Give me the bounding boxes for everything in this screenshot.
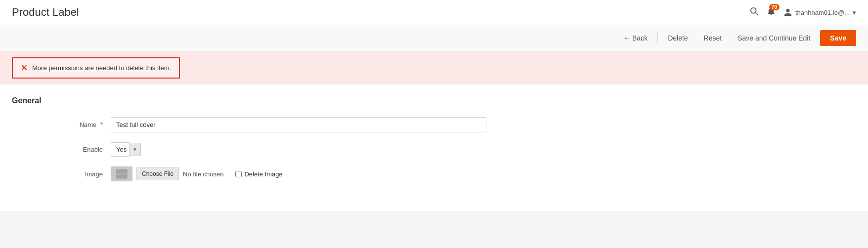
- file-upload-area: ▓▓▓▓▓▓▓▓ Choose File No file chosen Dele…: [111, 166, 283, 181]
- delete-image-label[interactable]: Delete Image: [235, 170, 282, 178]
- chevron-down-icon: ▾: [853, 9, 856, 16]
- name-label: Name *: [12, 121, 111, 128]
- section-title: General: [12, 96, 856, 105]
- main-content: General Name * Enable Yes No ▾ Image ▓▓▓…: [0, 84, 868, 211]
- user-name-label: thanhnam01.le@...: [795, 9, 850, 16]
- error-x-icon: ✕: [21, 63, 27, 73]
- enable-select-wrapper: Yes No ▾: [111, 142, 141, 157]
- save-button[interactable]: Save: [820, 30, 856, 46]
- choose-file-button[interactable]: Choose File: [136, 167, 179, 180]
- name-form-group: Name *: [12, 117, 856, 132]
- top-bar: Product Label 70 thanhnam01.le@... ▾: [0, 0, 868, 25]
- delete-button[interactable]: Delete: [662, 31, 694, 45]
- enable-form-group: Enable Yes No ▾: [12, 142, 856, 157]
- delete-image-checkbox[interactable]: [235, 171, 242, 177]
- back-button[interactable]: ← Back: [617, 31, 653, 45]
- top-bar-right: 70 thanhnam01.le@... ▾: [750, 7, 856, 18]
- enable-label: Enable: [12, 146, 111, 153]
- enable-select[interactable]: Yes No: [111, 142, 130, 157]
- separator: [657, 33, 658, 43]
- error-banner: ✕ More permissions are needed to delete …: [0, 51, 868, 84]
- image-preview: ▓▓▓▓▓▓▓▓: [111, 166, 132, 181]
- notification-badge: 70: [769, 4, 780, 10]
- name-input[interactable]: [111, 117, 486, 132]
- notification-button[interactable]: 70: [767, 7, 776, 18]
- reset-button[interactable]: Reset: [698, 31, 728, 45]
- svg-point-0: [751, 7, 756, 13]
- svg-line-1: [756, 12, 758, 15]
- required-star: *: [100, 121, 103, 128]
- action-bar: ← Back Delete Reset Save and Continue Ed…: [0, 25, 868, 51]
- user-menu[interactable]: thanhnam01.le@... ▾: [783, 8, 856, 17]
- no-file-text: No file chosen: [183, 170, 223, 178]
- image-label: Image: [12, 170, 111, 178]
- error-box: ✕ More permissions are needed to delete …: [12, 57, 180, 79]
- error-message: More permissions are needed to delete th…: [32, 64, 171, 72]
- page-title: Product Label: [12, 6, 79, 19]
- image-form-group: Image ▓▓▓▓▓▓▓▓ Choose File No file chose…: [12, 166, 856, 181]
- save-continue-button[interactable]: Save and Continue Edit: [732, 31, 816, 45]
- enable-select-arrow[interactable]: ▾: [130, 143, 141, 156]
- search-button[interactable]: [750, 7, 759, 18]
